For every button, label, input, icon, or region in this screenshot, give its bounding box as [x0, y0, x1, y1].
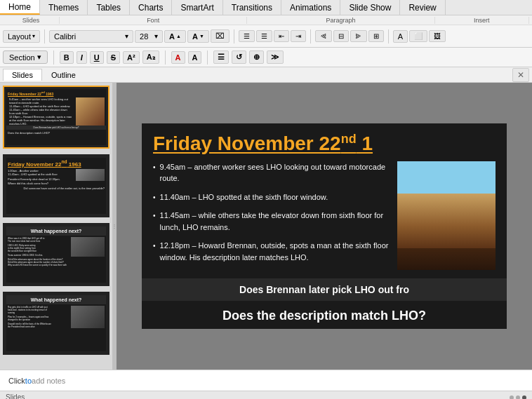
- decrease-font-button[interactable]: A▼: [187, 30, 209, 43]
- insert-image-button[interactable]: 🖼: [429, 30, 446, 42]
- slide-bottom-bar: Does Brennan later pick LHO out fro: [142, 278, 507, 301]
- menu-transitions[interactable]: Transitions: [223, 0, 281, 15]
- bullets-button[interactable]: ☰: [239, 30, 255, 42]
- separator-7: [207, 50, 208, 65]
- menu-charts[interactable]: Charts: [130, 0, 172, 15]
- numbering-button[interactable]: ☰: [256, 30, 272, 42]
- increase-font-button[interactable]: A▲: [164, 30, 186, 43]
- content-area: Friday November 22nd 1963 9.45am – anoth…: [0, 83, 532, 370]
- bullet-dot: •: [153, 241, 156, 263]
- clear-format-button[interactable]: ⌧: [211, 29, 230, 43]
- menu-smartart[interactable]: SmartArt: [172, 0, 222, 15]
- menu-review[interactable]: Review: [400, 0, 445, 15]
- notes-add-link[interactable]: to: [25, 377, 32, 385]
- font-size-dropdown[interactable]: 28 ▾: [135, 30, 163, 43]
- notes-click-text: Click: [8, 377, 25, 385]
- slide-count-label: Slides: [6, 393, 25, 399]
- slide-title: Friday November 22nd 1: [142, 123, 507, 161]
- menu-slideshow[interactable]: Slide Show: [340, 0, 400, 15]
- slide-body: • 9.45am – another worker sees LHO looki…: [142, 161, 507, 271]
- slide-thumb-3[interactable]: What happened next? When was it in 1963 …: [3, 223, 109, 286]
- status-dot-2: [516, 395, 520, 400]
- ribbon-section-slides: Slides: [3, 17, 60, 24]
- align-center-button[interactable]: ⊟: [333, 30, 349, 42]
- panel-close-button[interactable]: ✕: [512, 68, 529, 82]
- decrease-indent-button[interactable]: ⇤: [274, 30, 289, 42]
- slide-list: Friday November 22nd 1963 9.45am – anoth…: [0, 83, 112, 370]
- align-right-button[interactable]: ⫸: [350, 30, 367, 42]
- slide-canvas-area: Friday November 22nd 1 • 9.45am – anothe…: [117, 83, 532, 370]
- insert-shape-button[interactable]: ⬜: [409, 30, 427, 42]
- layout-button[interactable]: Layout ▾: [3, 30, 40, 43]
- separator-2: [234, 29, 234, 43]
- slide-question: Does the description match LHO?: [142, 303, 507, 329]
- more-format-button[interactable]: ☰: [213, 50, 229, 64]
- status-dots: [510, 395, 526, 400]
- tab-slides[interactable]: Slides: [3, 69, 42, 81]
- separator-3: [310, 29, 311, 43]
- slide-canvas[interactable]: Friday November 22nd 1 • 9.45am – anothe…: [142, 123, 507, 329]
- font-name-dropdown[interactable]: Calibri ▾: [49, 30, 133, 43]
- ribbon-section-font: Font: [60, 17, 247, 24]
- status-dot-3: [522, 395, 526, 400]
- highlight-button[interactable]: A: [188, 51, 202, 64]
- underline-button[interactable]: U: [90, 51, 104, 64]
- menu-themes[interactable]: Themes: [40, 0, 88, 15]
- ribbon-section-insert: Insert: [435, 17, 529, 24]
- separator-5: [53, 50, 54, 65]
- bold-button[interactable]: B: [60, 51, 74, 64]
- section-button[interactable]: Section ▾: [3, 50, 48, 64]
- slide-bullets: • 9.45am – another worker sees LHO looki…: [153, 161, 390, 271]
- status-dot-1: [510, 395, 514, 400]
- slide-image: [397, 161, 496, 271]
- strikethrough-button[interactable]: S: [107, 51, 120, 64]
- italic-button[interactable]: I: [77, 51, 87, 64]
- font-color-button[interactable]: A: [171, 51, 185, 64]
- increase-indent-button[interactable]: ⇥: [291, 30, 306, 42]
- bullet-2: • 11.40am – LHO spotted at the sixth flo…: [153, 191, 390, 203]
- subscript-button[interactable]: A₂: [142, 50, 159, 64]
- separator-4: [388, 29, 389, 43]
- justify-button[interactable]: ⊞: [368, 30, 384, 42]
- replace-button[interactable]: ↺: [232, 50, 246, 64]
- menu-tables[interactable]: Tables: [88, 0, 130, 15]
- panel-tabs: Slides Outline ✕: [0, 67, 532, 83]
- insert-text-button[interactable]: A: [393, 30, 408, 43]
- slide-thumb-1[interactable]: Friday November 22nd 1963 9.45am – anoth…: [3, 86, 109, 149]
- ribbon-section-paragraph: Paragraph: [247, 17, 434, 24]
- slide-thumb-4[interactable]: What happened next? Roy gets shot in tra…: [3, 292, 109, 355]
- more-button[interactable]: ≫: [267, 50, 284, 64]
- bullet-4: • 12.18pm – Howard Brennan, outside, spo…: [153, 240, 390, 263]
- status-bar: Slides: [0, 391, 532, 399]
- menu-bar: Home Themes Tables Charts SmartArt Trans…: [0, 0, 532, 15]
- toolbar-row: Layout ▾ Calibri ▾ 28 ▾ A▲ A▼ ⌧ ☰ ☰ ⇤ ⇥ …: [0, 25, 532, 48]
- bullet-dot: •: [153, 162, 156, 184]
- tab-outline[interactable]: Outline: [42, 69, 85, 81]
- bullet-dot: •: [153, 192, 156, 203]
- slide-thumb-2[interactable]: Friday November 22nd 1963 1.00am - Anoth…: [3, 154, 109, 217]
- misc-button[interactable]: ⊕: [249, 50, 264, 64]
- notes-area[interactable]: Click to add notes: [0, 370, 532, 391]
- menu-home[interactable]: Home: [0, 0, 40, 15]
- separator-1: [44, 29, 45, 43]
- bullet-3: • 11.45am – while others take the elevat…: [153, 210, 390, 233]
- notes-add-text: add notes: [32, 377, 65, 385]
- section-row: Section ▾ B I U S A² A₂ A A ☰ ↺ ⊕ ≫: [0, 48, 532, 67]
- bullet-dot: •: [153, 210, 156, 233]
- separator-6: [165, 50, 166, 65]
- superscript-button[interactable]: A²: [123, 51, 140, 64]
- align-left-button[interactable]: ⫷: [315, 30, 332, 42]
- ribbon-section-labels: Slides Font Paragraph Insert: [0, 15, 532, 25]
- bullet-1: • 9.45am – another worker sees LHO looki…: [153, 161, 390, 184]
- menu-animations[interactable]: Animations: [281, 0, 340, 15]
